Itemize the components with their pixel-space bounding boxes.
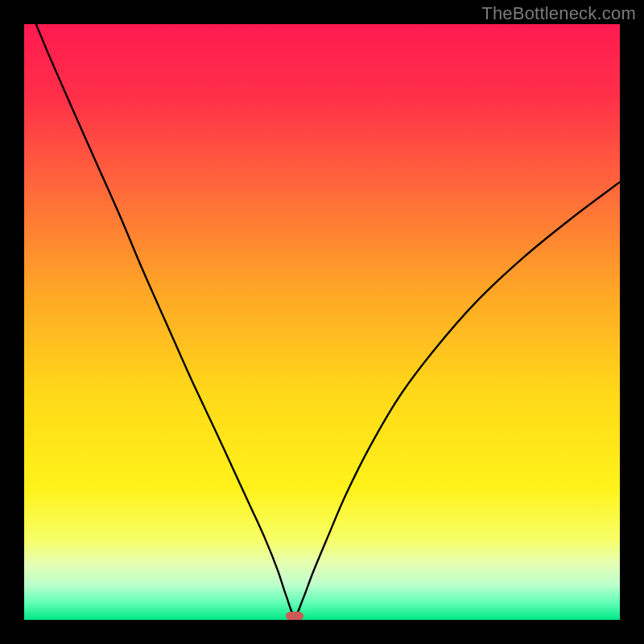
chart-container: TheBottleneck.com [0, 0, 644, 644]
heat-gradient-background [24, 24, 620, 620]
minimum-marker [286, 612, 303, 621]
bottleneck-curve-chart [0, 0, 644, 644]
watermark-text: TheBottleneck.com [481, 3, 636, 24]
